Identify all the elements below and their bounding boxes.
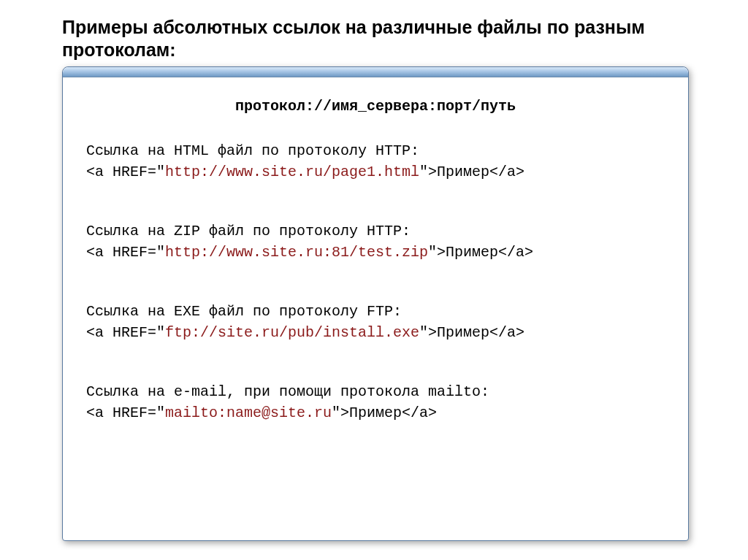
example-desc: Ссылка на HTML файл по протоколу HTTP:	[86, 141, 665, 161]
example-code: <a HREF="mailto:name@site.ru">Пример</a>	[86, 403, 665, 423]
code-tag-open: <a HREF="	[86, 244, 165, 261]
code-tag-close: ">Пример</a>	[332, 404, 437, 421]
window-titlebar	[63, 67, 688, 77]
example-code: <a HREF="http://www.site.ru/page1.html">…	[86, 162, 665, 182]
example-window: протокол://имя_сервера:порт/путь Ссылка …	[62, 66, 689, 541]
url-template: протокол://имя_сервера:порт/путь	[86, 96, 665, 116]
code-tag-close: ">Пример</a>	[419, 164, 524, 180]
example-block: Ссылка на e-mail, при помощи протокола m…	[86, 382, 665, 423]
page-title: Примеры абсолютных ссылок на различные ф…	[62, 16, 704, 62]
code-tag-close: ">Пример</a>	[428, 244, 533, 261]
window-content: протокол://имя_сервера:порт/путь Ссылка …	[63, 77, 688, 437]
example-block: Ссылка на EXE файл по протоколу FTP: <a …	[86, 302, 665, 342]
code-tag-close: ">Пример</a>	[419, 324, 524, 341]
code-url: ftp://site.ru/pub/install.exe	[165, 324, 419, 341]
code-url: http://www.site.ru:81/test.zip	[165, 244, 428, 261]
example-desc: Ссылка на EXE файл по протоколу FTP:	[86, 302, 665, 321]
example-code: <a HREF="ftp://site.ru/pub/install.exe">…	[86, 323, 665, 342]
example-code: <a HREF="http://www.site.ru:81/test.zip"…	[86, 242, 665, 262]
example-block: Ссылка на HTML файл по протоколу HTTP: <…	[86, 141, 665, 182]
example-block: Ссылка на ZIP файл по протоколу HTTP: <a…	[86, 221, 665, 262]
code-tag-open: <a HREF="	[86, 324, 165, 341]
code-tag-open: <a HREF="	[86, 404, 165, 421]
example-desc: Ссылка на e-mail, при помощи протокола m…	[86, 382, 665, 402]
code-tag-open: <a HREF="	[86, 164, 165, 180]
code-url: mailto:name@site.ru	[165, 404, 332, 421]
example-desc: Ссылка на ZIP файл по протоколу HTTP:	[86, 221, 665, 241]
code-url: http://www.site.ru/page1.html	[165, 164, 419, 180]
